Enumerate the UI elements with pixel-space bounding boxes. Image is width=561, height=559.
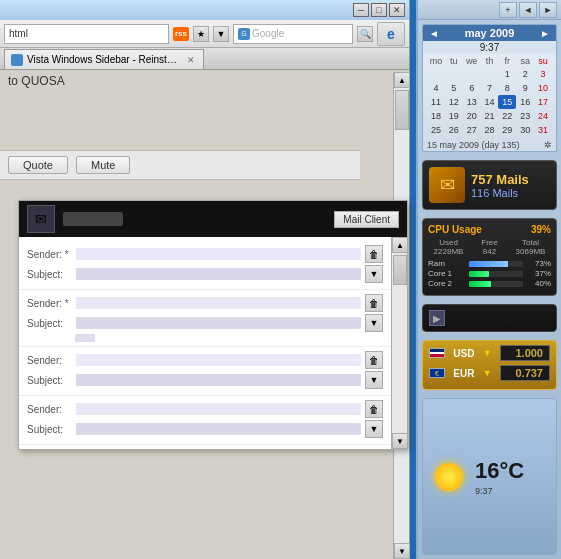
calendar-day[interactable]: 14 — [481, 95, 499, 109]
calendar-day[interactable]: 27 — [463, 123, 481, 137]
eur-arrow[interactable]: ▼ — [483, 368, 492, 378]
mail-count-widget: ✉ 757 Mails 116 Mails — [422, 160, 557, 210]
sender-label: Sender: — [27, 404, 72, 415]
sidebar: + ◄ ► ◄ may 2009 ► 9:37 mo tu we th fr s… — [416, 0, 561, 559]
delete-button[interactable]: 🗑 — [365, 294, 383, 312]
mail-count-numbers: 757 Mails 116 Mails — [471, 172, 529, 199]
cpu-bars: Ram 73% Core 1 37% Core 2 40% — [428, 259, 551, 288]
search-button[interactable]: 🔍 — [357, 26, 373, 42]
calendar-day[interactable]: 5 — [445, 81, 463, 95]
search-bar[interactable]: G Google — [233, 24, 353, 44]
tab-close-button[interactable]: ✕ — [185, 54, 197, 66]
scroll-up-button[interactable]: ▲ — [394, 72, 410, 88]
calendar-day[interactable]: 4 — [427, 81, 445, 95]
address-bar[interactable]: html — [4, 24, 169, 44]
calendar-day[interactable]: 25 — [427, 123, 445, 137]
calendar-day[interactable]: 17 — [534, 95, 552, 109]
quote-button[interactable]: Quote — [8, 156, 68, 174]
expand-button[interactable]: ▼ — [365, 371, 383, 389]
calendar-day[interactable]: 1 — [498, 67, 516, 81]
calendar-day[interactable]: 9 — [516, 81, 534, 95]
calendar-prev-button[interactable]: ◄ — [429, 28, 439, 39]
mail-list: Sender: * 🗑 Subject: ▼ Sender: * 🗑 — [19, 237, 391, 449]
calendar-day[interactable]: 8 — [498, 81, 516, 95]
sender-label: Sender: * — [27, 298, 72, 309]
day-fr: fr — [498, 56, 516, 66]
scroll-thumb[interactable] — [395, 90, 409, 130]
calendar-day[interactable]: 10 — [534, 81, 552, 95]
scroll-down-button[interactable]: ▼ — [394, 543, 410, 559]
calendar-day[interactable] — [427, 67, 445, 81]
search-placeholder: Google — [252, 28, 284, 39]
calendar-day[interactable]: 29 — [498, 123, 516, 137]
calendar-day[interactable] — [445, 67, 463, 81]
calendar-day[interactable]: 19 — [445, 109, 463, 123]
core1-bar-fill — [469, 271, 489, 277]
delete-button[interactable]: 🗑 — [365, 400, 383, 418]
calendar-day[interactable] — [463, 67, 481, 81]
sun-circle — [435, 463, 463, 491]
calendar-day[interactable]: 23 — [516, 109, 534, 123]
mail-scroll-up[interactable]: ▲ — [392, 237, 408, 253]
core1-val: 37% — [526, 269, 551, 278]
tab-item[interactable]: Vista Windows Sidebar - Reinstat... ✕ — [4, 49, 204, 69]
delete-button[interactable]: 🗑 — [365, 351, 383, 369]
calendar-day[interactable]: 2 — [516, 67, 534, 81]
cpu-percent: 39% — [531, 224, 551, 235]
sidebar-back-button[interactable]: ◄ — [519, 2, 537, 18]
favorites-icon[interactable]: ★ — [193, 26, 209, 42]
core2-bar-fill — [469, 281, 491, 287]
calendar-day[interactable]: 28 — [481, 123, 499, 137]
sender-field: Sender: * 🗑 — [27, 294, 383, 312]
expand-button[interactable]: ▼ — [365, 420, 383, 438]
expand-button[interactable]: ▼ — [365, 265, 383, 283]
maximize-button[interactable]: □ — [371, 3, 387, 17]
cpu-used-label: Used — [428, 238, 469, 247]
calendar-day[interactable]: 21 — [481, 109, 499, 123]
sender-field: Sender: * 🗑 — [27, 245, 383, 263]
calendar-day[interactable]: 24 — [534, 109, 552, 123]
calendar-day[interactable]: 11 — [427, 95, 445, 109]
calendar-footer-star: ✲ — [544, 140, 552, 150]
calendar-today[interactable]: 15 — [498, 95, 516, 109]
usd-arrow[interactable]: ▼ — [483, 348, 492, 358]
mail-scroll-thumb[interactable] — [393, 255, 407, 285]
calendar-day[interactable]: 12 — [445, 95, 463, 109]
cpu-free-val: 842 — [469, 247, 510, 256]
sender-value — [76, 403, 361, 415]
calendar-day[interactable]: 3 — [534, 67, 552, 81]
calendar-day[interactable]: 16 — [516, 95, 534, 109]
delete-button[interactable]: 🗑 — [365, 245, 383, 263]
sidebar-forward-button[interactable]: ► — [539, 2, 557, 18]
mail-panel-header: ✉ Mail Client — [19, 201, 407, 237]
sender-value — [76, 297, 361, 309]
eur-label: EUR — [453, 368, 474, 379]
mute-button[interactable]: Mute — [76, 156, 130, 174]
calendar-day[interactable] — [481, 67, 499, 81]
rss-icon[interactable]: rss — [173, 27, 189, 41]
sidebar-add-button[interactable]: + — [499, 2, 517, 18]
favorites-dropdown-icon[interactable]: ▼ — [213, 26, 229, 42]
weather-info: 16°C 9:37 — [475, 458, 524, 496]
subject-value — [76, 317, 361, 329]
calendar-day[interactable]: 30 — [516, 123, 534, 137]
calendar-day[interactable]: 18 — [427, 109, 445, 123]
expand-button[interactable]: ▼ — [365, 314, 383, 332]
calendar-day[interactable]: 26 — [445, 123, 463, 137]
calendar-day[interactable]: 31 — [534, 123, 552, 137]
calendar-day[interactable]: 7 — [481, 81, 499, 95]
mail-client-button[interactable]: Mail Client — [334, 211, 399, 228]
mail-scroll-down[interactable]: ▼ — [392, 433, 408, 449]
mail-list-container: Sender: * 🗑 Subject: ▼ Sender: * 🗑 — [19, 237, 407, 449]
calendar-day[interactable]: 13 — [463, 95, 481, 109]
browser-titlebar: ─ □ ✕ — [0, 0, 409, 20]
close-button[interactable]: ✕ — [389, 3, 405, 17]
calendar-day[interactable]: 20 — [463, 109, 481, 123]
calendar-day[interactable]: 22 — [498, 109, 516, 123]
preview-text — [75, 334, 95, 342]
currency-widget: USD ▼ 1.000 € EUR ▼ 0.737 — [422, 340, 557, 390]
calendar-next-button[interactable]: ► — [540, 28, 550, 39]
minimize-button[interactable]: ─ — [353, 3, 369, 17]
calendar-day[interactable]: 6 — [463, 81, 481, 95]
calendar-week-4: 18 19 20 21 22 23 24 — [427, 109, 552, 123]
